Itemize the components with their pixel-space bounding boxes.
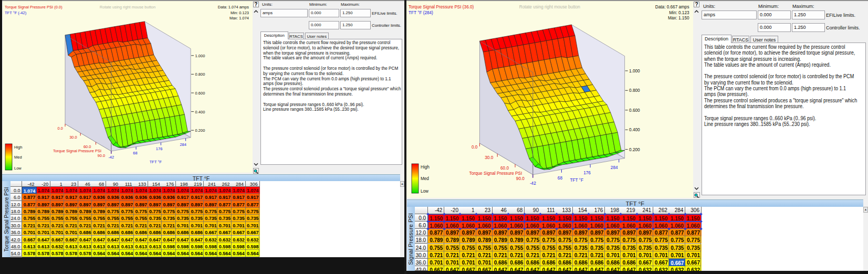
svg-text:Torque Signal Pressure PSI: Torque Signal Pressure PSI: [469, 171, 522, 176]
svg-text:Low: Low: [421, 189, 428, 194]
svg-text:30.0: 30.0: [69, 135, 77, 140]
svg-text:0.200: 0.200: [195, 128, 205, 133]
svg-text:90.0: 90.0: [98, 153, 106, 158]
svg-text:Torque Signal Pressure PSI (36: Torque Signal Pressure PSI (36.0): [409, 5, 474, 9]
svg-text:Max: 1.150: Max: 1.150: [668, 16, 689, 20]
svg-text:TFT °F: TFT °F: [570, 178, 583, 183]
svg-text:Torque Signal Pressure PSI (0.: Torque Signal Pressure PSI (0.0): [5, 5, 62, 9]
svg-text:0.800: 0.800: [195, 72, 205, 77]
svg-text:Min: 0.123: Min: 0.123: [669, 10, 689, 15]
svg-text:Med: Med: [421, 176, 429, 181]
svg-text:68: 68: [558, 176, 563, 181]
svg-text:0.200: 0.200: [629, 147, 640, 152]
svg-text:Max: 1.074: Max: 1.074: [229, 16, 249, 20]
svg-text:0.800: 0.800: [629, 88, 640, 93]
svg-text:1.000: 1.000: [195, 54, 205, 58]
svg-text:1.000: 1.000: [629, 69, 640, 73]
svg-text:284: 284: [180, 142, 186, 147]
svg-text:0.400: 0.400: [195, 110, 205, 114]
svg-text:30.0: 30.0: [485, 155, 493, 160]
svg-text:68: 68: [133, 151, 137, 155]
svg-text:TFT °F (-42): TFT °F (-42): [5, 10, 27, 15]
svg-text:TFT °F: TFT °F: [150, 160, 162, 164]
svg-text:Rotate using right mouse butto: Rotate using right mouse button: [100, 5, 155, 9]
svg-text:-42: -42: [108, 155, 114, 160]
svg-text:60.0: 60.0: [500, 166, 509, 171]
svg-text:Data: 1.074 amps: Data: 1.074 amps: [218, 5, 249, 9]
svg-text:0.0: 0.0: [472, 145, 478, 150]
svg-text:0.600: 0.600: [629, 108, 640, 113]
svg-text:176: 176: [583, 171, 591, 175]
svg-text:Med: Med: [14, 155, 22, 160]
svg-text:Data: 0.667 amps: Data: 0.667 amps: [655, 5, 689, 9]
svg-text:Low: Low: [14, 166, 22, 171]
svg-text:0.0: 0.0: [58, 126, 63, 131]
svg-text:High: High: [421, 165, 430, 170]
svg-text:Rotate using right mouse butto: Rotate using right mouse button: [519, 5, 581, 9]
svg-text:Torque Signal Pressure PSI: Torque Signal Pressure PSI: [53, 149, 101, 153]
svg-text:0.400: 0.400: [629, 128, 640, 132]
svg-text:High: High: [14, 145, 22, 150]
svg-text:TFT °F (284): TFT °F (284): [409, 10, 433, 15]
svg-text:284: 284: [611, 165, 618, 170]
svg-text:176: 176: [156, 146, 163, 151]
svg-text:-42: -42: [530, 181, 536, 186]
svg-text:90.0: 90.0: [516, 176, 525, 181]
svg-text:Min: 0.123: Min: 0.123: [231, 10, 249, 15]
svg-text:0.600: 0.600: [195, 91, 205, 96]
